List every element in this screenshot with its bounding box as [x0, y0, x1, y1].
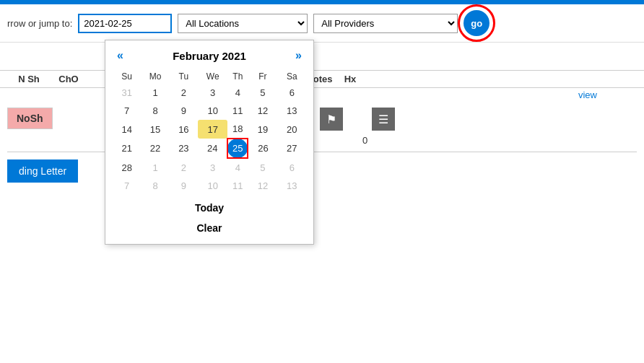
col-th: Th — [227, 69, 248, 84]
cal-footer: Today Clear — [113, 199, 306, 237]
cal-day[interactable]: 2 — [170, 158, 198, 177]
content-row: NoSh ⚠ ⚑ ☰ 0 — [0, 102, 644, 152]
cal-day[interactable]: 22 — [141, 139, 169, 158]
cal-day[interactable]: 10 — [198, 102, 227, 120]
col-su: Su — [113, 69, 141, 84]
header-row: rrow or jump to: All Locations Location … — [0, 4, 644, 43]
cal-day-headers: Su Mo Tu We Th Fr Sa — [113, 69, 306, 84]
view-row: view — [0, 88, 644, 102]
cal-day[interactable]: 11 — [227, 102, 248, 120]
col-sa: Sa — [278, 69, 306, 84]
pending-letter-button[interactable]: ding Letter — [7, 159, 78, 183]
cal-day[interactable]: 20 — [278, 120, 306, 139]
cal-week-2: 14151617181920 — [113, 120, 306, 139]
cal-day[interactable]: 8 — [141, 102, 169, 120]
cal-day[interactable]: 31 — [113, 84, 141, 102]
cal-day[interactable]: 28 — [113, 158, 141, 177]
col-cho: ChO — [51, 74, 87, 84]
cal-day[interactable]: 4 — [227, 158, 248, 177]
col-fr: Fr — [248, 69, 277, 84]
cal-day[interactable]: 7 — [113, 177, 141, 195]
cal-day[interactable]: 14 — [113, 120, 141, 139]
cal-day[interactable]: 10 — [198, 177, 227, 195]
locations-select[interactable]: All Locations Location 1 Location 2 — [178, 14, 308, 33]
calendar-popup: « February 2021 » Su Mo Tu We Th Fr Sa 3… — [105, 40, 314, 245]
col-we: We — [198, 69, 227, 84]
cal-day[interactable]: 23 — [170, 139, 198, 158]
locations-title-bar: Locations — [0, 43, 644, 70]
cal-day[interactable]: 7 — [113, 102, 141, 120]
flag-icon-button[interactable]: ⚑ — [320, 108, 343, 131]
cal-day[interactable]: 3 — [198, 158, 227, 177]
cal-day[interactable]: 24 — [198, 139, 227, 158]
cal-week-1: 78910111213 — [113, 102, 306, 120]
cal-day[interactable]: 15 — [141, 120, 169, 139]
cal-week-0: 31123456 — [113, 84, 306, 102]
cal-day[interactable]: 12 — [248, 177, 277, 195]
cal-prev-button[interactable]: « — [113, 48, 128, 64]
cal-week-4: 28123456 — [113, 158, 306, 177]
jump-label: rrow or jump to: — [7, 18, 72, 29]
cal-header: « February 2021 » — [113, 48, 306, 64]
cal-day[interactable]: 4 — [227, 84, 248, 102]
cal-day[interactable]: 21 — [113, 139, 141, 158]
cal-day[interactable]: 5 — [248, 84, 277, 102]
today-button[interactable]: Today — [195, 199, 224, 217]
go-button-wrapper: go — [464, 10, 489, 36]
cal-day[interactable]: 12 — [248, 102, 277, 120]
cal-day[interactable]: 19 — [248, 120, 277, 139]
cal-day[interactable]: 25 — [227, 139, 248, 158]
col-hx: Hx — [339, 74, 361, 84]
cal-grid: Su Mo Tu We Th Fr Sa 3112345678910111213… — [113, 69, 306, 195]
divider — [7, 152, 637, 152]
cal-day[interactable]: 3 — [198, 84, 227, 102]
clear-button[interactable]: Clear — [196, 219, 222, 237]
cal-day[interactable]: 5 — [248, 158, 277, 177]
date-input[interactable] — [78, 14, 172, 33]
cal-week-5: 78910111213 — [113, 177, 306, 195]
cal-day[interactable]: 6 — [278, 158, 306, 177]
cal-day[interactable]: 11 — [227, 177, 248, 195]
view-link[interactable]: view — [578, 89, 597, 100]
table-header: N Sh ChO SS# Grd Dgr PCP MC SF Lab Notes… — [0, 70, 644, 88]
nosh-button[interactable]: NoSh — [7, 108, 53, 129]
cal-day[interactable]: 1 — [141, 158, 169, 177]
cal-week-3: 21222324252627 — [113, 139, 306, 158]
col-nsh: N Sh — [7, 74, 51, 84]
providers-select[interactable]: All Providers Provider 1 Provider 2 — [313, 14, 458, 33]
cal-day[interactable]: 16 — [170, 120, 198, 139]
cal-day[interactable]: 2 — [170, 84, 198, 102]
col-mo: Mo — [141, 69, 169, 84]
cal-day[interactable]: 17 — [198, 120, 227, 139]
zero-label: 0 — [362, 135, 367, 146]
go-button[interactable]: go — [464, 10, 489, 36]
list-icon-button[interactable]: ☰ — [372, 108, 395, 131]
cal-day[interactable]: 13 — [278, 102, 306, 120]
cal-day[interactable]: 13 — [278, 177, 306, 195]
cal-day[interactable]: 8 — [141, 177, 169, 195]
cal-body: 3112345678910111213141516171819202122232… — [113, 84, 306, 195]
cal-month-year: February 2021 — [173, 50, 246, 62]
cal-day[interactable]: 9 — [170, 177, 198, 195]
cal-next-button[interactable]: » — [291, 48, 306, 64]
col-tu: Tu — [170, 69, 198, 84]
cal-day[interactable]: 6 — [278, 84, 306, 102]
cal-day[interactable]: 9 — [170, 102, 198, 120]
cal-day[interactable]: 27 — [278, 139, 306, 158]
cal-day[interactable]: 18 — [227, 120, 248, 139]
cal-day[interactable]: 1 — [141, 84, 169, 102]
cal-day[interactable]: 26 — [248, 139, 277, 158]
